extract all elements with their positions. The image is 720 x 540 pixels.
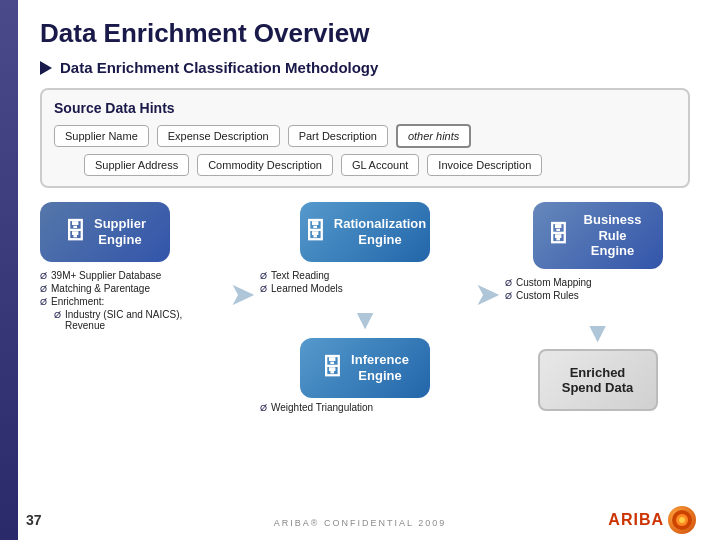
- ariba-logo: ARIBA: [608, 506, 696, 534]
- hint-part-description: Part Description: [288, 125, 388, 147]
- arrow-1: ➤: [225, 275, 260, 313]
- supplier-bullet-4: Industry (SIC and NAICS), Revenue: [40, 309, 225, 331]
- rationalization-bullet-2: Learned Models: [260, 283, 343, 294]
- hint-gl-account: GL Account: [341, 154, 419, 176]
- down-arrow-inference: ▼: [351, 304, 379, 336]
- business-rule-engine-label: Business RuleEngine: [577, 212, 649, 259]
- page-title: Data Enrichment Overview: [40, 18, 690, 49]
- hints-row-2: Supplier Address Commodity Description G…: [84, 154, 676, 176]
- svg-point-2: [679, 517, 685, 523]
- rationalization-engine-box: 🗄 RationalizationEngine: [300, 202, 430, 262]
- business-rule-col: 🗄 Business RuleEngine Custom Mapping Cus…: [505, 202, 690, 411]
- inference-engine-icon: 🗄: [321, 355, 343, 381]
- hint-expense-description: Expense Description: [157, 125, 280, 147]
- section-title: Data Enrichment Classification Methodolo…: [60, 59, 378, 76]
- rationalization-engine-col: 🗄 RationalizationEngine Text Reading Lea…: [260, 202, 470, 415]
- inference-engine-label: InferenceEngine: [351, 352, 409, 383]
- supplier-engine-label: SupplierEngine: [94, 216, 146, 247]
- hint-other-hints: other hints: [396, 124, 471, 148]
- supplier-engine-box: 🗄 SupplierEngine: [40, 202, 170, 262]
- hint-commodity-description: Commodity Description: [197, 154, 333, 176]
- engines-row: 🗄 SupplierEngine 39M+ Supplier Database …: [40, 202, 690, 415]
- hint-supplier-name: Supplier Name: [54, 125, 149, 147]
- ariba-text: ARIBA: [608, 511, 664, 529]
- page-number: 37: [26, 512, 42, 528]
- supplier-bullet-1: 39M+ Supplier Database: [40, 270, 225, 281]
- arrow-2: ➤: [470, 275, 505, 313]
- enriched-spend-data-label: Enriched Spend Data: [562, 365, 634, 395]
- rationalization-engine-icon: 🗄: [304, 219, 326, 245]
- left-accent-bar: [0, 0, 18, 540]
- business-rule-bullet-2: Custom Rules: [505, 290, 592, 301]
- rationalization-bullet-list: Text Reading Learned Models: [260, 270, 343, 296]
- supplier-engine-col: 🗄 SupplierEngine 39M+ Supplier Database …: [40, 202, 225, 333]
- inference-engine-box: 🗄 InferenceEngine: [300, 338, 430, 398]
- hints-row-1: Supplier Name Expense Description Part D…: [54, 124, 676, 148]
- slide: Data Enrichment Overview Data Enrichment…: [0, 0, 720, 540]
- business-rule-bullet-list: Custom Mapping Custom Rules: [505, 277, 592, 303]
- source-hints-box: Source Data Hints Supplier Name Expense …: [40, 88, 690, 188]
- inference-bullet-1: Weighted Triangulation: [260, 402, 373, 413]
- section-header: Data Enrichment Classification Methodolo…: [40, 59, 690, 76]
- source-hints-title: Source Data Hints: [54, 100, 676, 116]
- ariba-circle-logo: [668, 506, 696, 534]
- inference-bullet-list: Weighted Triangulation: [260, 402, 373, 415]
- footer-confidential: ARIBA® CONFIDENTIAL 2009: [274, 518, 446, 528]
- business-rule-engine-box: 🗄 Business RuleEngine: [533, 202, 663, 269]
- bullet-icon: [40, 61, 52, 75]
- down-arrow-enriched: ▼: [584, 317, 612, 349]
- rationalization-engine-label: RationalizationEngine: [334, 216, 426, 247]
- supplier-bullet-2: Matching & Parentage: [40, 283, 225, 294]
- rationalization-bullet-1: Text Reading: [260, 270, 343, 281]
- business-rule-bullet-1: Custom Mapping: [505, 277, 592, 288]
- business-rule-engine-icon: 🗄: [547, 222, 569, 248]
- supplier-bullet-3: Enrichment:: [40, 296, 225, 307]
- enriched-spend-data-box: Enriched Spend Data: [538, 349, 658, 411]
- main-content: Data Enrichment Overview Data Enrichment…: [40, 18, 690, 415]
- hint-supplier-address: Supplier Address: [84, 154, 189, 176]
- supplier-bullet-list: 39M+ Supplier Database Matching & Parent…: [40, 270, 225, 331]
- hint-invoice-description: Invoice Description: [427, 154, 542, 176]
- supplier-engine-icon: 🗄: [64, 219, 86, 245]
